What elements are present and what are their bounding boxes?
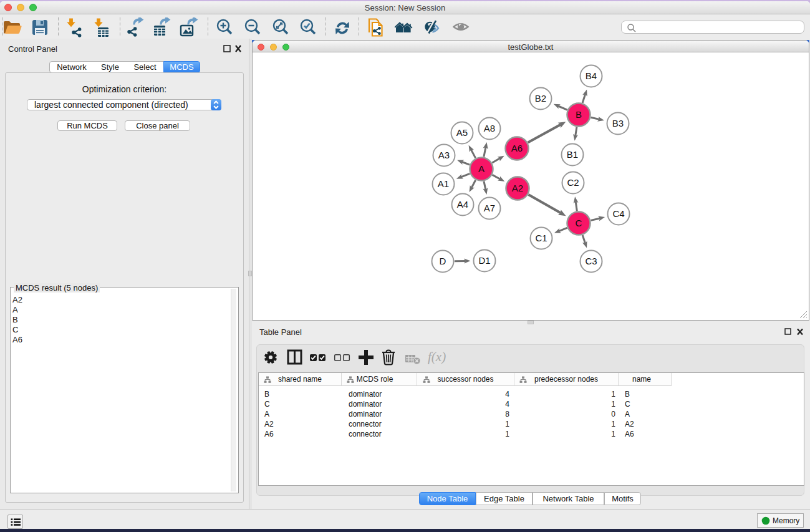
svg-text:C3: C3 <box>585 256 597 266</box>
svg-text:C: C <box>576 218 582 228</box>
svg-text:A7: A7 <box>484 203 495 213</box>
svg-text:C2: C2 <box>567 177 579 188</box>
svg-text:C1: C1 <box>535 233 547 243</box>
svg-text:B4: B4 <box>586 70 597 81</box>
svg-text:B: B <box>576 109 582 120</box>
svg-text:A6: A6 <box>511 143 523 153</box>
svg-text:A3: A3 <box>438 150 450 160</box>
svg-text:B1: B1 <box>567 149 578 160</box>
svg-text:A4: A4 <box>457 199 468 210</box>
svg-text:A5: A5 <box>456 127 468 138</box>
svg-text:B2: B2 <box>535 93 546 104</box>
svg-text:A2: A2 <box>512 183 523 193</box>
svg-text:D1: D1 <box>478 255 490 266</box>
svg-text:B3: B3 <box>612 118 624 128</box>
svg-text:D: D <box>440 256 446 266</box>
svg-text:A1: A1 <box>438 178 449 189</box>
svg-text:A8: A8 <box>484 123 495 133</box>
svg-text:A: A <box>478 163 485 174</box>
svg-text:C4: C4 <box>612 208 624 219</box>
